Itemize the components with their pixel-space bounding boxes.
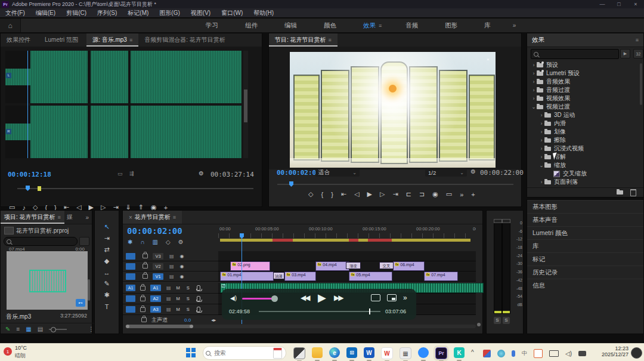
project-scrollbar[interactable] xyxy=(88,279,90,301)
timeline-ruler[interactable]: 00:0000:00:05:0000:00:10:0000:00:15:0000… xyxy=(218,225,476,233)
ime-tray-icon[interactable]: 中 xyxy=(522,350,527,357)
more-icon[interactable]: » xyxy=(460,191,463,198)
lock-icon[interactable] xyxy=(143,264,148,269)
effects-tree-item[interactable]: › 溶解 xyxy=(527,153,643,161)
lock-icon[interactable] xyxy=(143,274,148,279)
effects-scrollbar[interactable] xyxy=(640,63,642,105)
scrollbar-handle[interactable] xyxy=(127,325,191,328)
track-select-tool[interactable]: ⇥ xyxy=(95,233,119,244)
player-progress-track[interactable] xyxy=(259,311,380,312)
effects-tree-item[interactable]: › 内滑 xyxy=(527,119,643,128)
mute-button[interactable]: M xyxy=(177,296,180,301)
disclosure-icon[interactable]: › xyxy=(538,137,544,143)
sync-icon[interactable]: ▤ xyxy=(166,285,171,291)
effects-tree-item[interactable]: › 擦除 xyxy=(527,136,643,144)
timeline-settings-icon[interactable]: ⚙ xyxy=(178,239,184,245)
track-label[interactable]: V3 xyxy=(153,253,163,260)
work-area-bar[interactable] xyxy=(218,239,476,242)
effects-tree-item[interactable]: › 3D 运动 xyxy=(527,111,643,119)
disclosure-icon[interactable]: › xyxy=(531,79,537,85)
audio-item-thumbnail[interactable]: ⊷ xyxy=(7,251,88,310)
effects-tree-item[interactable]: › 音频效果 xyxy=(527,78,643,86)
panel-menu-icon[interactable]: ≡ xyxy=(58,214,61,220)
collapsed-panel-tab[interactable]: 库 xyxy=(527,239,643,252)
task-view-button[interactable] xyxy=(293,347,305,359)
pen-tool[interactable]: ✎ xyxy=(95,278,119,289)
lock-icon[interactable] xyxy=(140,307,145,312)
list-view-icon[interactable]: ≡ xyxy=(16,326,20,332)
lock-icon[interactable] xyxy=(140,297,145,301)
ripple-edit-tool[interactable]: ⇄ xyxy=(95,244,119,255)
notification-center-icon[interactable] xyxy=(631,347,642,359)
workspace-tab[interactable]: 颜色 xyxy=(312,18,351,32)
menu-item[interactable]: 帮助(H) xyxy=(248,9,279,17)
menu-item[interactable]: 编辑(E) xyxy=(30,9,61,17)
source-scrollbar[interactable] xyxy=(243,51,248,158)
zoom-level-select[interactable]: 适合⌄ xyxy=(315,168,360,177)
track-v2-content[interactable]: fx02.pngfx04.mp4fx06.mp4 渐变交叉 xyxy=(218,261,476,271)
audio-item-name[interactable]: 音乐.mp3 xyxy=(6,313,31,321)
project-filename[interactable]: 花卉节目赏析.prproj xyxy=(16,227,69,235)
volume-slider-handle[interactable] xyxy=(271,295,278,302)
effects-tree-item[interactable]: › 音频过渡 xyxy=(527,86,643,94)
k-app-button[interactable]: K xyxy=(454,347,465,358)
lock-icon[interactable] xyxy=(141,317,147,322)
play-button[interactable]: ▶ xyxy=(318,291,326,304)
collapsed-panel-tab[interactable]: 标记 xyxy=(527,252,643,266)
new-custom-bin-icon[interactable] xyxy=(617,190,623,195)
track-v1-content[interactable]: fx01.mp4fx03.mp4fx05.mp4fx07.mp4 油漆 xyxy=(218,271,476,282)
video-clip[interactable]: fx04.mp4 xyxy=(315,261,349,271)
panel-menu-icon[interactable]: ≡ xyxy=(636,37,639,43)
transition-clip[interactable]: 交叉 xyxy=(379,262,394,269)
project-search-input[interactable] xyxy=(4,237,78,246)
media-browser-tab[interactable]: 媒 xyxy=(64,211,75,224)
voice-over-record-icon[interactable] xyxy=(197,296,200,301)
wps-button[interactable]: W xyxy=(381,347,393,359)
track-header-v1[interactable]: V1 ▤ ◉ xyxy=(123,271,218,282)
panel-menu-icon[interactable]: ≡ xyxy=(173,214,176,220)
source-scrub-track[interactable] xyxy=(17,188,253,189)
button-editor-icon[interactable]: + xyxy=(471,191,475,198)
home-icon[interactable]: ⌂ xyxy=(0,18,21,32)
volume-tray-icon[interactable]: ◁) xyxy=(565,350,572,357)
export-frame-icon[interactable]: ◉ xyxy=(432,190,438,198)
delete-custom-item-icon[interactable] xyxy=(630,189,636,196)
track-header-v2[interactable]: V2 ▤ ◉ xyxy=(123,261,218,271)
toggle-track-output-icon[interactable]: ◉ xyxy=(180,254,184,259)
panel-tab[interactable]: 音频剪辑混合器: 花卉节目赏析 xyxy=(138,33,234,47)
menu-item[interactable]: 窗口(W) xyxy=(216,9,248,17)
disclosure-icon[interactable]: › xyxy=(538,112,544,118)
track-label[interactable]: A3 xyxy=(150,306,161,313)
disclosure-icon[interactable]: › xyxy=(531,62,537,68)
menu-item[interactable]: 标记(M) xyxy=(122,9,154,17)
video-clip[interactable]: fx05.mp4 xyxy=(349,271,392,281)
effects-tree-item[interactable]: 交叉缩放 xyxy=(527,169,643,178)
type-tool[interactable]: T xyxy=(95,301,119,312)
solo-button[interactable]: S xyxy=(187,296,190,301)
project-writable-icon[interactable]: ✎ xyxy=(5,326,10,332)
video-clip[interactable]: fx06.mp4 xyxy=(393,261,425,271)
lock-icon[interactable] xyxy=(140,286,145,291)
panel-menu-icon[interactable]: ≡ xyxy=(329,37,332,43)
zoom-handle-right[interactable] xyxy=(190,325,193,328)
effects-tree-item[interactable]: › 预设 xyxy=(527,61,643,69)
word-button[interactable]: W xyxy=(364,347,374,358)
panel-tab[interactable]: 源: 音乐.mp3≡ xyxy=(86,33,138,47)
cast-screen-icon[interactable] xyxy=(371,294,380,301)
program-scrub-handle[interactable] xyxy=(289,181,293,187)
waveform-right-channel[interactable] xyxy=(5,106,242,158)
tray-chevron-icon[interactable]: ^ xyxy=(471,349,474,356)
mute-button[interactable]: M xyxy=(177,285,180,291)
disclosure-icon[interactable]: › xyxy=(538,179,544,185)
voice-over-record-icon[interactable] xyxy=(197,285,200,291)
search-bin-icon[interactable] xyxy=(79,237,89,246)
hand-tool[interactable]: ✱ xyxy=(95,289,119,301)
weather-condition[interactable]: 晴朗 xyxy=(15,352,26,360)
store-button[interactable]: ⊞ xyxy=(346,347,357,358)
program-current-timecode[interactable]: 00:00:02:00 xyxy=(277,169,320,177)
add-marker-icon[interactable]: ◇ xyxy=(308,190,313,198)
file-explorer-button[interactable] xyxy=(312,347,323,358)
lock-icon[interactable] xyxy=(143,254,148,258)
video-clip[interactable]: fx01.mp4 xyxy=(220,271,274,281)
source-patch[interactable]: A1 xyxy=(126,285,135,291)
